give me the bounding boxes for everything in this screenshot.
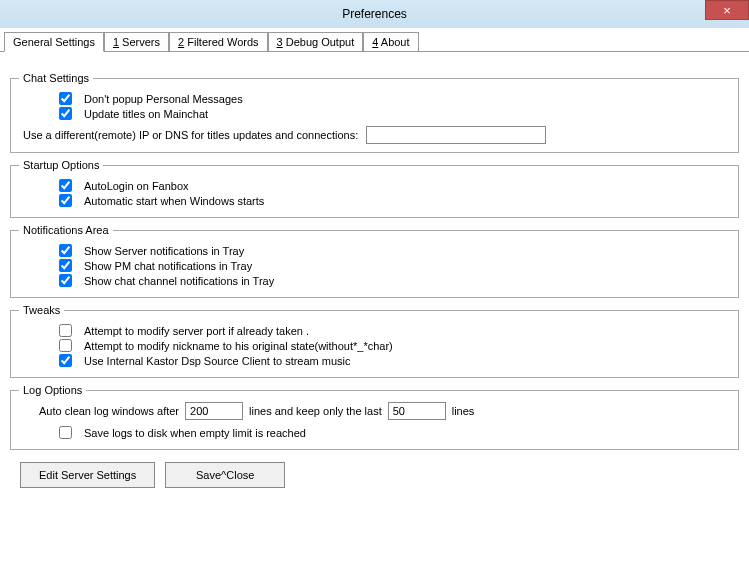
- save-close-button[interactable]: Save^Close: [165, 462, 285, 488]
- modify-nick-label: Attempt to modify nickname to his origin…: [84, 340, 393, 352]
- autologin-label: AutoLogin on Fanbox: [84, 180, 189, 192]
- chat-settings-legend: Chat Settings: [19, 72, 93, 84]
- server-notify-label: Show Server notifications in Tray: [84, 245, 244, 257]
- tab-general[interactable]: General Settings: [4, 32, 104, 52]
- tab-about[interactable]: 4 About: [363, 32, 418, 51]
- tab-filtered-words[interactable]: 2 Filtered Words: [169, 32, 268, 51]
- modify-port-checkbox[interactable]: [59, 324, 72, 337]
- autostart-checkbox[interactable]: [59, 194, 72, 207]
- modify-nick-checkbox[interactable]: [59, 339, 72, 352]
- dsp-label: Use Internal Kastor Dsp Source Client to…: [84, 355, 351, 367]
- remote-ip-input[interactable]: [366, 126, 546, 144]
- remote-ip-label: Use a different(remote) IP or DNS for ti…: [23, 129, 358, 141]
- button-row: Edit Server Settings Save^Close: [20, 462, 739, 488]
- edit-server-settings-button[interactable]: Edit Server Settings: [20, 462, 155, 488]
- notifications-legend: Notifications Area: [19, 224, 113, 236]
- chat-settings-group: Chat Settings Don't popup Personal Messa…: [10, 72, 739, 153]
- tab-panel-general: Chat Settings Don't popup Personal Messa…: [0, 52, 749, 498]
- tab-strip: General Settings 1 Servers 2 Filtered Wo…: [0, 28, 749, 52]
- channel-notify-checkbox[interactable]: [59, 274, 72, 287]
- tweaks-legend: Tweaks: [19, 304, 64, 316]
- tab-debug-output[interactable]: 3 Debug Output: [268, 32, 364, 51]
- modify-port-label: Attempt to modify server port if already…: [84, 325, 309, 337]
- startup-options-legend: Startup Options: [19, 159, 103, 171]
- autoclean-label-3: lines: [452, 405, 475, 417]
- no-popup-pm-checkbox[interactable]: [59, 92, 72, 105]
- tweaks-group: Tweaks Attempt to modify server port if …: [10, 304, 739, 378]
- update-titles-label: Update titles on Mainchat: [84, 108, 208, 120]
- update-titles-checkbox[interactable]: [59, 107, 72, 120]
- autologin-checkbox[interactable]: [59, 179, 72, 192]
- autoclean-label-1: Auto clean log windows after: [39, 405, 179, 417]
- notifications-group: Notifications Area Show Server notificat…: [10, 224, 739, 298]
- save-logs-checkbox[interactable]: [59, 426, 72, 439]
- tab-container: General Settings 1 Servers 2 Filtered Wo…: [0, 28, 749, 569]
- server-notify-checkbox[interactable]: [59, 244, 72, 257]
- pm-notify-checkbox[interactable]: [59, 259, 72, 272]
- dsp-checkbox[interactable]: [59, 354, 72, 367]
- pm-notify-label: Show PM chat notifications in Tray: [84, 260, 252, 272]
- autostart-label: Automatic start when Windows starts: [84, 195, 264, 207]
- log-options-legend: Log Options: [19, 384, 86, 396]
- save-logs-label: Save logs to disk when empty limit is re…: [84, 427, 306, 439]
- autoclean-label-2: lines and keep only the last: [249, 405, 382, 417]
- autoclean-input-2[interactable]: [388, 402, 446, 420]
- titlebar: Preferences ×: [0, 0, 749, 28]
- autoclean-input-1[interactable]: [185, 402, 243, 420]
- window-title: Preferences: [342, 7, 407, 21]
- channel-notify-label: Show chat channel notifications in Tray: [84, 275, 274, 287]
- tab-servers[interactable]: 1 Servers: [104, 32, 169, 51]
- close-button[interactable]: ×: [705, 0, 749, 20]
- startup-options-group: Startup Options AutoLogin on Fanbox Auto…: [10, 159, 739, 218]
- close-icon: ×: [723, 3, 731, 18]
- log-options-group: Log Options Auto clean log windows after…: [10, 384, 739, 450]
- no-popup-pm-label: Don't popup Personal Messages: [84, 93, 243, 105]
